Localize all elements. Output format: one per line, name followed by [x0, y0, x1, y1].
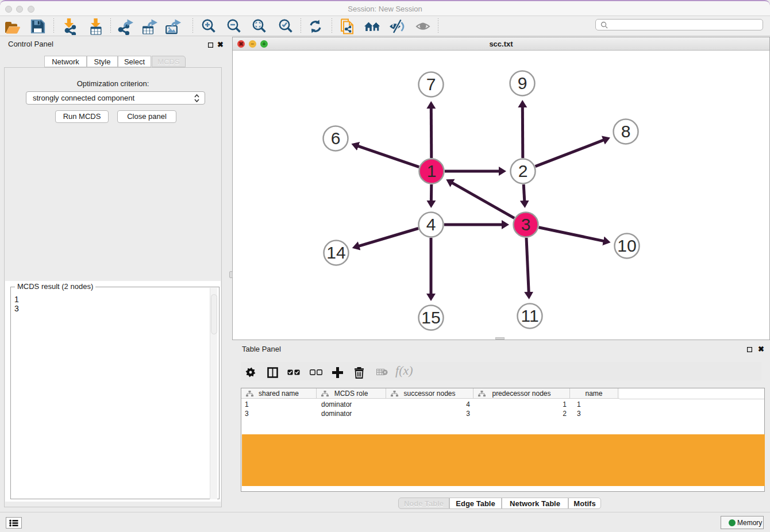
svg-text:4: 4 — [426, 215, 436, 234]
svg-text:11: 11 — [521, 306, 538, 325]
svg-text:3: 3 — [521, 215, 531, 234]
svg-text:7: 7 — [426, 75, 436, 94]
svg-text:1: 1 — [427, 161, 437, 180]
svg-text:10: 10 — [617, 236, 636, 255]
svg-text:2: 2 — [518, 161, 528, 180]
svg-text:8: 8 — [621, 122, 631, 141]
svg-text:15: 15 — [421, 308, 440, 327]
svg-text:6: 6 — [331, 129, 341, 148]
svg-text:14: 14 — [326, 243, 345, 262]
svg-text:9: 9 — [518, 74, 528, 92]
